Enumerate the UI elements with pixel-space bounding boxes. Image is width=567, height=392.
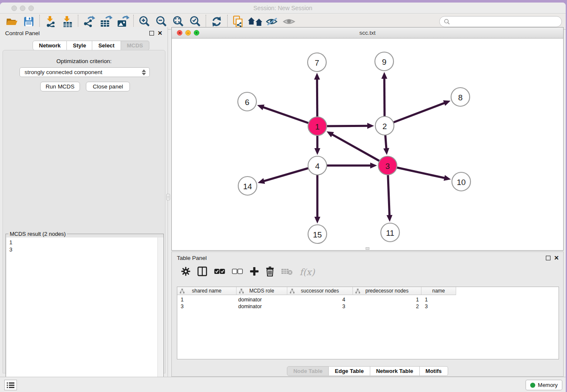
zoom-out-icon: [155, 15, 168, 28]
table-cell[interactable]: 4: [287, 296, 353, 303]
edge-arrowhead-1-4[interactable]: [314, 148, 320, 155]
memory-status-icon: [530, 383, 535, 388]
zoom-fit-button[interactable]: [170, 14, 187, 29]
float-table-panel-icon[interactable]: [546, 256, 550, 260]
plus-icon: [250, 267, 259, 276]
edge-arrowhead-4-14[interactable]: [258, 178, 265, 184]
column-header-successor-nodes[interactable]: successor nodes: [287, 287, 353, 295]
table-tab-motifs[interactable]: Motifs: [420, 366, 448, 376]
edge-arrowhead-4-15[interactable]: [314, 217, 320, 224]
column-header-shared-name[interactable]: shared name: [177, 287, 237, 295]
eye-slash-icon: [265, 17, 279, 27]
select-all-columns-button[interactable]: [214, 268, 225, 276]
delete-column-button[interactable]: [266, 266, 274, 278]
table-row[interactable]: 1dominator411: [177, 296, 456, 303]
open-folder-icon: [6, 16, 18, 27]
copy-network-icon: [232, 15, 245, 28]
column-layout-button[interactable]: [197, 266, 207, 278]
close-panel-button[interactable]: Close panel: [86, 82, 130, 91]
search-box[interactable]: [439, 16, 562, 27]
table-tab-edge-table[interactable]: Edge Table: [329, 366, 370, 376]
table-cell[interactable]: 1: [177, 296, 237, 303]
tab-style[interactable]: Style: [67, 41, 92, 50]
view-resize-handle[interactable]: [366, 247, 369, 250]
table-tab-network-table[interactable]: Network Table: [370, 366, 420, 376]
edge-arrowhead-1-6[interactable]: [257, 105, 264, 110]
open-session-button[interactable]: [3, 14, 20, 29]
edge-arrowhead-1-7[interactable]: [314, 73, 320, 80]
table-cell[interactable]: dominator: [237, 296, 287, 303]
toolbar-separator: [39, 15, 40, 28]
hide-graphics-details-button[interactable]: [264, 14, 281, 29]
export-network-button[interactable]: [80, 14, 97, 29]
table-cell[interactable]: 1: [353, 296, 421, 303]
table-cell[interactable]: 1: [421, 296, 456, 303]
table-tab-node-table[interactable]: Node Table: [287, 366, 329, 376]
edge-arrowhead-2-9[interactable]: [381, 72, 387, 79]
zoom-selected-icon: [189, 15, 201, 28]
graph-node-label-8: 8: [458, 93, 463, 102]
task-history-button[interactable]: [4, 380, 17, 390]
table-cell[interactable]: 2: [353, 303, 421, 310]
show-graphics-details-button[interactable]: [281, 14, 297, 29]
table-row[interactable]: 3dominator323: [177, 303, 456, 310]
control-panel: Control Panel ✕ NetworkStyleSelectMCDS O…: [0, 27, 168, 377]
column-header-name[interactable]: name: [421, 287, 456, 295]
column-header-MCDS-role[interactable]: MCDS role: [237, 287, 287, 295]
edge-arrowhead-2-8[interactable]: [443, 100, 450, 106]
function-builder-button[interactable]: f(x): [300, 267, 315, 277]
graph-node-label-15: 15: [313, 230, 322, 239]
toolbar-separator: [133, 15, 134, 28]
edge-arrowhead-2-3[interactable]: [383, 148, 389, 155]
export-table-button[interactable]: [97, 14, 114, 29]
import-network-button[interactable]: [42, 14, 59, 29]
tab-network[interactable]: Network: [33, 41, 67, 50]
column-header-predecessor-nodes[interactable]: predecessor nodes: [353, 287, 421, 295]
export-image-button[interactable]: [114, 14, 131, 29]
tab-select[interactable]: Select: [92, 41, 121, 50]
home-button[interactable]: [247, 14, 264, 29]
add-column-button[interactable]: [250, 267, 259, 278]
node-table[interactable]: shared nameMCDS rolesuccessor nodesprede…: [177, 287, 559, 359]
edge-arrowhead-3-10[interactable]: [443, 175, 451, 181]
mcds-result-list[interactable]: 1 3: [6, 237, 163, 391]
search-input[interactable]: [452, 19, 557, 25]
table-panel: Table Panel ✕: [171, 251, 564, 377]
edge-arrowhead-3-11[interactable]: [386, 215, 392, 222]
table-cell[interactable]: 3: [287, 303, 353, 310]
table-settings-button[interactable]: [181, 267, 190, 278]
panel-splitter-handle[interactable]: [166, 194, 170, 200]
table-cell[interactable]: dominator: [237, 303, 287, 310]
copy-network-button[interactable]: [230, 14, 247, 29]
table-cell[interactable]: 3: [421, 303, 456, 310]
zoom-in-button[interactable]: [136, 14, 153, 29]
save-session-button[interactable]: [20, 14, 37, 29]
edge-arrowhead-1-2[interactable]: [367, 123, 374, 129]
zoom-selected-button[interactable]: [187, 14, 204, 29]
close-panel-icon[interactable]: ✕: [157, 30, 162, 36]
delete-table-button[interactable]: [281, 268, 293, 277]
column-header-label: predecessor nodes: [365, 288, 408, 294]
toolbar-separator: [206, 15, 206, 28]
edge-arrowhead-4-3[interactable]: [370, 163, 377, 168]
mcds-result-box: MCDS result (2 nodes) 1 3: [6, 234, 164, 392]
memory-button[interactable]: Memory: [526, 380, 562, 390]
refresh-layout-button[interactable]: [208, 14, 225, 29]
network-graph-canvas[interactable]: 7968124314101511: [172, 39, 563, 250]
app-window: Session: New Session: [0, 3, 566, 392]
export-network-icon: [82, 15, 96, 28]
graph-node-label-3: 3: [385, 162, 390, 171]
table-cell[interactable]: 3: [177, 303, 237, 310]
float-panel-icon[interactable]: [149, 31, 154, 36]
zoom-out-button[interactable]: [153, 14, 170, 29]
result-scrollbar[interactable]: [157, 237, 163, 391]
graph-node-label-4: 4: [315, 162, 320, 171]
deselect-all-columns-button[interactable]: [232, 268, 243, 276]
tab-mcds[interactable]: MCDS: [121, 41, 149, 50]
import-table-button[interactable]: [59, 14, 76, 29]
close-table-panel-icon[interactable]: ✕: [554, 254, 559, 261]
toolbar-separator: [227, 15, 228, 28]
run-mcds-button[interactable]: Run MCDS: [40, 82, 80, 91]
graph-node-label-14: 14: [243, 182, 252, 191]
criterion-select[interactable]: strongly connected component: [19, 67, 150, 77]
